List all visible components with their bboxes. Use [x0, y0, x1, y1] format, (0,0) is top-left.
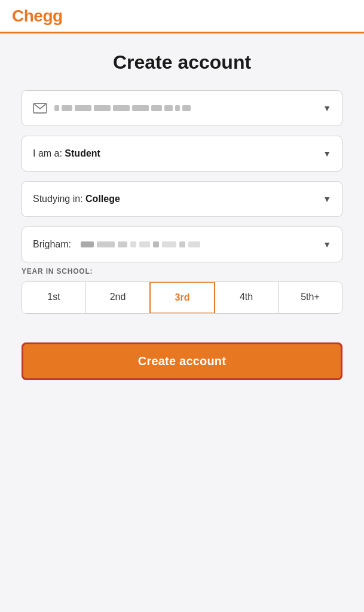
school-name-text: Brigham:: [33, 239, 71, 250]
study-level-content: Studying in: College: [33, 194, 318, 204]
app-header: Chegg: [0, 0, 364, 33]
role-field-content: I am a: Student: [33, 148, 318, 159]
email-redacted: [54, 105, 191, 111]
year-label: YEAR IN SCHOOL:: [22, 267, 342, 276]
page-title: Create account: [113, 51, 251, 74]
create-account-button[interactable]: Create account: [22, 342, 342, 380]
study-level-dropdown-arrow: ▼: [323, 194, 331, 204]
year-option-2nd[interactable]: 2nd: [86, 282, 150, 313]
year-option-5th[interactable]: 5th+: [279, 282, 342, 313]
year-option-3rd[interactable]: 3rd: [149, 281, 215, 314]
school-dropdown-arrow: ▼: [323, 240, 331, 249]
main-content: Create account: [0, 33, 364, 404]
email-field-content: [33, 103, 318, 114]
chegg-logo: Chegg: [12, 7, 63, 26]
email-dropdown[interactable]: ▼: [22, 90, 342, 126]
year-option-1st[interactable]: 1st: [22, 282, 86, 313]
year-option-4th[interactable]: 4th: [215, 282, 279, 313]
role-dropdown[interactable]: I am a: Student ▼: [22, 136, 342, 172]
role-label: I am a: Student: [33, 148, 100, 159]
school-redacted: [81, 241, 200, 247]
year-section: YEAR IN SCHOOL: 1st 2nd 3rd 4th 5th+: [22, 267, 342, 314]
school-field-content: Brigham:: [33, 239, 318, 250]
mail-icon: [33, 103, 47, 114]
school-dropdown[interactable]: Brigham: ▼: [22, 227, 342, 262]
study-level-dropdown[interactable]: Studying in: College ▼: [22, 181, 342, 217]
study-level-label: Studying in: College: [33, 194, 120, 204]
form-section: ▼ I am a: Student ▼ Studying in: College…: [22, 90, 342, 262]
email-dropdown-arrow: ▼: [323, 103, 331, 113]
role-dropdown-arrow: ▼: [323, 149, 331, 158]
year-options-group: 1st 2nd 3rd 4th 5th+: [22, 281, 342, 314]
